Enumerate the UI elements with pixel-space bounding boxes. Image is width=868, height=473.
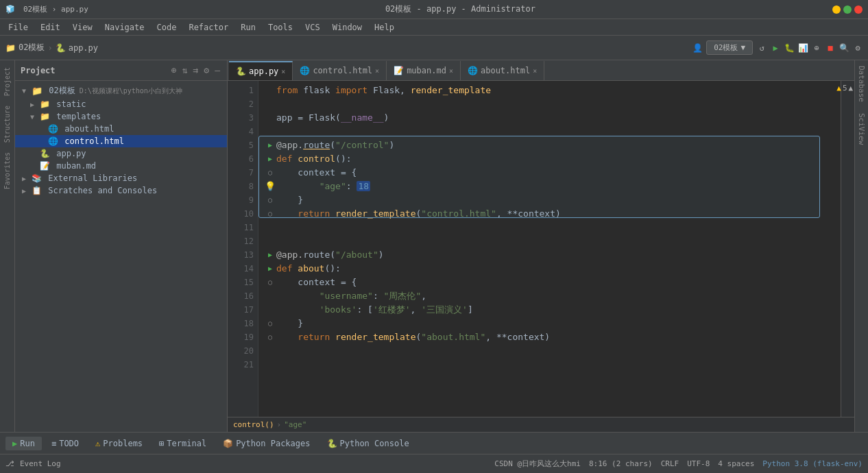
- gutter-19: ○: [264, 330, 276, 344]
- tree-item-extlibs[interactable]: 📚 External Libraries: [15, 172, 227, 184]
- folder-icon-static: 📁: [40, 99, 50, 109]
- code-text-1: from flask import Flask, render_template: [276, 84, 835, 97]
- tree-item-static[interactable]: 📁 static: [15, 98, 227, 110]
- problems-tab-icon: ⚠: [95, 439, 100, 448]
- toolbar-icon-vcs[interactable]: 👤: [692, 43, 702, 53]
- menu-refactor[interactable]: Refactor: [183, 21, 234, 34]
- breadcrumb-file: app.py: [69, 43, 98, 53]
- tree-item-root[interactable]: 📁 02模板 D:\视频课程\python小白到大神: [15, 84, 227, 98]
- title-bar-path: 02模板 › app.py: [23, 4, 88, 14]
- structure-tab[interactable]: Structure: [2, 101, 12, 147]
- gutter-7: ○: [264, 166, 276, 180]
- tree-icon-collapse[interactable]: —: [213, 64, 221, 77]
- tab-icon-about: 🌐: [468, 66, 478, 75]
- maximize-button[interactable]: [843, 5, 852, 14]
- tab-close-muban[interactable]: ×: [449, 67, 453, 75]
- menu-run[interactable]: Run: [235, 21, 261, 34]
- profile-icon[interactable]: ⊕: [812, 43, 821, 53]
- terminal-tab[interactable]: ⊞ Terminal: [152, 437, 213, 450]
- tab-about-html[interactable]: 🌐 about.html ×: [461, 61, 544, 80]
- tab-muban-md[interactable]: 📝 muban.md ×: [387, 61, 461, 80]
- python-packages-tab[interactable]: 📦 Python Packages: [216, 437, 317, 450]
- tree-item-muban-md[interactable]: 📝 muban.md: [15, 160, 227, 172]
- menu-vcs[interactable]: VCS: [300, 21, 326, 34]
- menu-navigate[interactable]: Navigate: [99, 21, 150, 34]
- tab-close-about[interactable]: ×: [533, 67, 537, 75]
- close-button[interactable]: [854, 5, 863, 14]
- tree-icon-gear[interactable]: ⊕: [170, 64, 178, 77]
- python-console-tab[interactable]: 🐍 Python Console: [320, 437, 416, 450]
- tree-item-scratches[interactable]: 📋 Scratches and Consoles: [15, 184, 227, 197]
- todo-tab-label: TODO: [59, 439, 79, 448]
- search-everywhere-icon[interactable]: 🔍: [839, 43, 849, 53]
- status-position[interactable]: 8:16 (2 chars): [589, 459, 653, 468]
- python-packages-label: Python Packages: [236, 439, 310, 448]
- tab-close-app[interactable]: ×: [281, 68, 285, 75]
- code-line-19: ○ return render_template("about.html", *…: [264, 330, 835, 344]
- python-packages-icon: 📦: [223, 439, 233, 448]
- code-text-14: def about():: [276, 262, 835, 276]
- bottom-toolbar: ▶ Run ≡ TODO ⚠ Problems ⊞ Terminal 📦 Pyt…: [0, 432, 868, 454]
- problems-tab[interactable]: ⚠ Problems: [88, 437, 149, 450]
- code-text-3: app = Flask(__name__): [276, 111, 835, 125]
- todo-tab[interactable]: ≡ TODO: [45, 437, 86, 450]
- code-text-7: context = {: [276, 166, 835, 180]
- code-editor[interactable]: 1 2 3 4 5 6 7 8 9 10 11 12 13 14 15 16 1…: [228, 81, 854, 417]
- tree-item-about-html[interactable]: 🌐 about.html: [15, 123, 227, 135]
- database-tab[interactable]: Database: [855, 60, 868, 108]
- debug-icon[interactable]: 🐛: [784, 43, 794, 53]
- right-panel: Database SciView: [854, 60, 868, 432]
- tree-item-templates[interactable]: 📁 templates: [15, 110, 227, 123]
- menu-view[interactable]: View: [67, 21, 98, 34]
- tree-item-app-py[interactable]: 🐍 app.py: [15, 147, 227, 160]
- run-icon[interactable]: ▶: [771, 43, 780, 53]
- tab-app-py[interactable]: 🐍 app.py ×: [229, 61, 293, 80]
- run-config-button[interactable]: 02模板 ▼: [706, 40, 753, 55]
- code-line-15: ○ context = {: [264, 276, 835, 289]
- status-filetype[interactable]: Python 3.8 (flask-env): [762, 459, 863, 468]
- favorites-tab[interactable]: Favorites: [2, 148, 12, 193]
- tree-item-control-html[interactable]: 🌐 control.html: [15, 135, 227, 147]
- tree-icon-settings[interactable]: ⚙: [202, 64, 210, 77]
- menu-tools[interactable]: Tools: [263, 21, 298, 34]
- code-text-10: return render_template("control.html", *…: [276, 207, 835, 221]
- breadcrumb-separator: ›: [47, 43, 52, 53]
- menu-file[interactable]: File: [3, 21, 34, 34]
- sciview-tab[interactable]: SciView: [855, 108, 868, 150]
- tree-label-root: 02模板: [44, 85, 75, 97]
- tab-icon-control: 🌐: [300, 66, 310, 75]
- menu-help[interactable]: Help: [369, 21, 400, 34]
- tab-close-control[interactable]: ×: [375, 67, 379, 75]
- tab-control-html[interactable]: 🌐 control.html ×: [293, 61, 387, 80]
- gutter-14: ▶: [264, 262, 276, 276]
- gutter-9: ○: [264, 193, 276, 207]
- nav-up-icon[interactable]: ▲: [849, 84, 854, 93]
- menu-code[interactable]: Code: [152, 21, 182, 34]
- code-content[interactable]: from flask import Flask, render_template…: [258, 81, 841, 417]
- run-tab[interactable]: ▶ Run: [5, 437, 42, 450]
- status-line-ending[interactable]: CRLF: [661, 459, 679, 468]
- settings-icon[interactable]: ⚙: [853, 43, 863, 53]
- tree-icon-expand[interactable]: ⇉: [192, 64, 200, 77]
- editor-area: 🐍 app.py × 🌐 control.html × 📝 muban.md ×…: [228, 60, 854, 432]
- stop-icon[interactable]: ■: [825, 43, 835, 53]
- code-text-13: @app.route("/about"): [276, 248, 835, 262]
- code-text-17: 'books': ['红楼梦', '三国演义']: [276, 303, 835, 317]
- rerun-icon[interactable]: ↺: [757, 43, 767, 53]
- main-layout: Project Structure Favorites Project ⊕ ⇅ …: [0, 60, 868, 432]
- code-line-7: ○ context = {: [264, 166, 835, 180]
- project-tab[interactable]: Project: [2, 63, 12, 100]
- status-indent[interactable]: 4 spaces: [718, 459, 754, 468]
- code-text-6: def control():: [276, 152, 835, 166]
- menu-edit[interactable]: Edit: [35, 21, 66, 34]
- tree-icon-sort[interactable]: ⇅: [181, 64, 189, 77]
- minimize-button[interactable]: [832, 5, 841, 14]
- gutter-13: ▶: [264, 248, 276, 262]
- menu-window[interactable]: Window: [327, 21, 367, 34]
- tab-label-muban: muban.md: [407, 66, 446, 75]
- file-icon-muban: 📝: [40, 161, 50, 171]
- code-text-15: context = {: [276, 276, 835, 289]
- coverage-icon[interactable]: 📊: [798, 43, 808, 53]
- status-encoding[interactable]: UTF-8: [687, 459, 710, 468]
- title-bar-title: 02模板 - app.py - Administrator: [385, 3, 535, 15]
